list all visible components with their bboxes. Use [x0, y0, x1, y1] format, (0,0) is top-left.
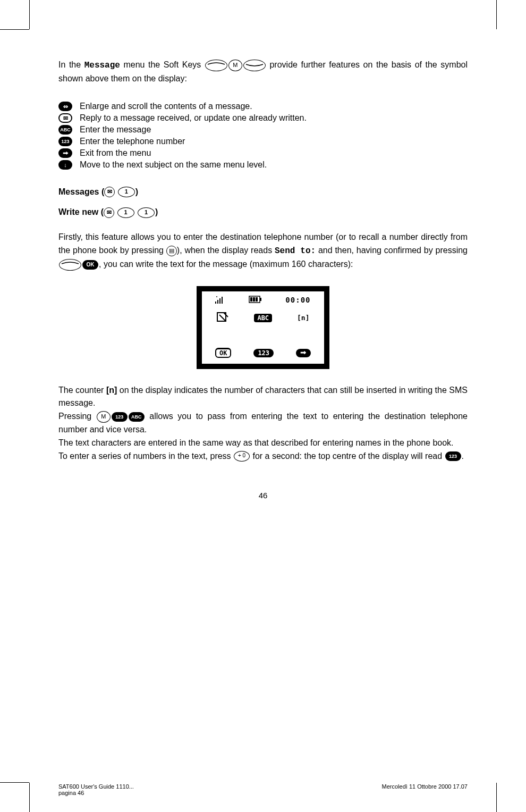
- phone-screen: 00:00 ABC [n] OK 123 ⮕: [201, 290, 325, 365]
- page-number: 46: [58, 489, 468, 501]
- text: To enter a series of numbers in the text…: [58, 451, 233, 461]
- 123-icon: 123: [445, 451, 461, 461]
- ok-softkey: OK: [215, 348, 231, 358]
- abc-badge: ABC: [254, 314, 272, 322]
- write-new-paragraph: Firstly, this feature allows you to ente…: [58, 231, 468, 271]
- text: Pressing: [58, 412, 96, 421]
- send-to-label: Send to:: [275, 246, 316, 256]
- crop-mark: [29, 0, 30, 29]
- svg-rect-2: [219, 298, 220, 304]
- list-item: ABC Enter the message: [58, 125, 468, 135]
- exit-softkey: ⮕: [296, 349, 311, 357]
- display-mid-row: ABC [n]: [202, 309, 324, 327]
- one-key-icon: 1: [138, 207, 155, 218]
- list-item: ⮕ Exit from the menu: [58, 148, 468, 158]
- icon-description: Enter the telephone number: [80, 137, 185, 146]
- svg-rect-7: [253, 297, 255, 302]
- exit-icon: ⮕: [58, 148, 80, 158]
- icon-description: Reply to a message received, or update o…: [80, 113, 307, 123]
- heading-text: ): [135, 187, 138, 196]
- abc-icon: ABC: [129, 412, 145, 422]
- messages-heading: Messages (✉ 1): [58, 186, 468, 199]
- crop-mark: [496, 0, 497, 29]
- message-label: Message: [84, 61, 120, 70]
- page-footer: SAT600 User's Guide 1110... pagina 46 Me…: [58, 783, 468, 796]
- icon-description: Enlarge and scroll the contents of a mes…: [80, 102, 252, 111]
- one-key-icon: 1: [118, 187, 135, 197]
- abc-icon: ABC: [58, 125, 80, 135]
- softkey-left-icon: [59, 259, 81, 271]
- phone-display: 00:00 ABC [n] OK 123 ⮕: [197, 286, 329, 369]
- time-display: 00:00: [285, 296, 310, 304]
- pressing-paragraph: Pressing M123ABC allows you to pass from…: [58, 410, 468, 437]
- 123-softkey: 123: [253, 349, 274, 357]
- crop-mark: [29, 783, 30, 812]
- list-item: ⇔ Enlarge and scroll the contents of a m…: [58, 102, 468, 111]
- svg-rect-1: [217, 300, 218, 304]
- text: , you can write the text for the message…: [99, 259, 353, 269]
- zero-key-icon: + 0: [234, 451, 250, 462]
- svg-rect-3: [222, 297, 223, 304]
- n-label: [n]: [106, 386, 117, 395]
- list-item: 123 Enter the telephone number: [58, 137, 468, 146]
- ok-icon: OK: [82, 260, 98, 270]
- text: In the: [58, 60, 84, 69]
- m-key-icon: M: [97, 411, 111, 423]
- 123-icon: 123: [58, 137, 80, 146]
- icon-definition-list: ⇔ Enlarge and scroll the contents of a m…: [58, 102, 468, 170]
- status-bar: 00:00: [202, 291, 324, 309]
- text: The counter: [58, 386, 106, 395]
- softkey-left-icon: [205, 60, 227, 71]
- svg-point-4: [216, 296, 217, 297]
- heading-text: ): [155, 207, 158, 216]
- text: and then, having confirmed by pressing: [316, 246, 468, 255]
- text: ), when the display reads: [177, 246, 275, 255]
- softkey-right-icon: [243, 60, 266, 71]
- char-counter: [n]: [297, 314, 309, 322]
- phonebook-key-icon: ▤: [166, 246, 177, 256]
- footer-page-ref: pagina 46: [58, 790, 134, 796]
- text: menu the Soft Keys: [120, 60, 205, 69]
- battery-icon: [249, 296, 262, 305]
- icon-description: Exit from the menu: [80, 148, 151, 158]
- icon-description: Enter the message: [80, 125, 151, 135]
- down-icon: ↓: [58, 160, 80, 170]
- text: on the display indicates the number of c…: [58, 386, 468, 408]
- heading-text: Write new (: [58, 207, 104, 216]
- signal-icon: [215, 295, 226, 305]
- one-key-icon: 1: [117, 207, 134, 218]
- numbers-paragraph: To enter a series of numbers in the text…: [58, 450, 468, 463]
- svg-rect-8: [256, 297, 258, 302]
- crop-mark: [0, 29, 29, 30]
- text: .: [462, 451, 464, 461]
- heading-text: Messages (: [58, 187, 104, 196]
- footer-date: Mercoledì 11 Ottobre 2000 17.07: [382, 783, 468, 796]
- write-new-heading: Write new (✉ 1 1): [58, 206, 468, 219]
- intro-paragraph: In the Message menu the Soft Keys M prov…: [58, 58, 468, 86]
- mail-key-icon: ✉: [104, 207, 114, 218]
- envelope-icon: ✉: [58, 113, 80, 123]
- list-item: ✉ Reply to a message received, or update…: [58, 113, 468, 123]
- crop-mark: [0, 782, 29, 783]
- display-softkey-row: OK 123 ⮕: [202, 345, 324, 362]
- icon-description: Move to the next subject on the same men…: [80, 160, 267, 170]
- list-item: ↓ Move to the next subject on the same m…: [58, 160, 468, 170]
- crop-mark: [496, 783, 497, 812]
- m-key-icon: M: [228, 60, 242, 71]
- svg-rect-6: [250, 297, 252, 302]
- page-content: In the Message menu the Soft Keys M prov…: [58, 58, 468, 502]
- counter-paragraph: The counter [n] on the display indicates…: [58, 384, 468, 411]
- text: for a second: the top centre of the disp…: [250, 451, 445, 461]
- write-icon: [216, 312, 229, 324]
- footer-left: SAT600 User's Guide 1110... pagina 46: [58, 783, 134, 796]
- svg-rect-9: [260, 298, 261, 301]
- text-entry-paragraph: The text characters are entered in the s…: [58, 437, 468, 450]
- 123-icon: 123: [112, 412, 128, 422]
- svg-rect-0: [215, 302, 216, 304]
- mail-key-icon: ✉: [104, 187, 115, 197]
- footer-filename: SAT600 User's Guide 1110...: [58, 783, 134, 790]
- scroll-icon: ⇔: [58, 102, 80, 111]
